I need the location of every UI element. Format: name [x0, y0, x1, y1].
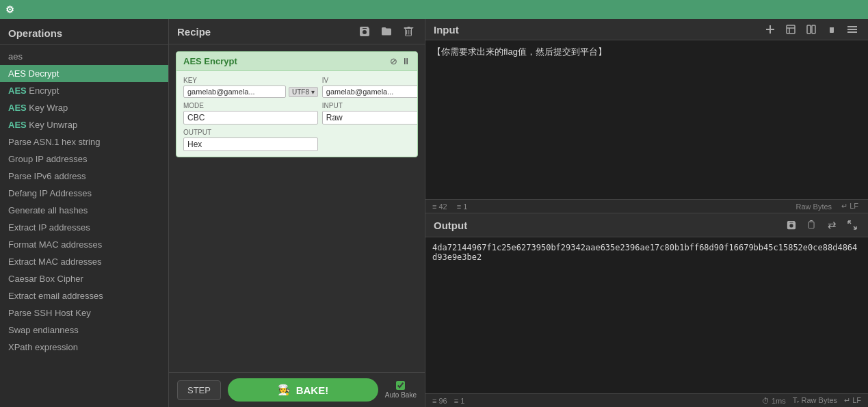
- sidebar-hl: AES: [8, 86, 27, 96]
- key-field: Key UTF8: [183, 77, 318, 98]
- input-footer-lf: ↵ LF: [841, 202, 858, 211]
- recipe-panel: Recipe AES Encrypt ⊘: [169, 19, 425, 407]
- iv-label: IV: [322, 77, 418, 84]
- bake-icon: 🧑‍🍳: [278, 384, 291, 396]
- output-footer-lf: ↵ LF: [844, 396, 861, 405]
- op-card-header: AES Encrypt ⊘ ⏸: [176, 52, 417, 71]
- output-header: Output ⇄: [425, 213, 868, 237]
- output-expand-button[interactable]: [845, 219, 860, 231]
- sidebar-hl: AES: [8, 103, 27, 113]
- op-disable-icon[interactable]: ⊘: [390, 56, 397, 66]
- iv-input[interactable]: [322, 86, 418, 98]
- output-footer-chars: ≡ 96: [432, 397, 447, 405]
- sidebar-item-14[interactable]: Extract email addresses: [0, 287, 168, 304]
- sidebar-item-4[interactable]: AES Key Unwrap: [0, 116, 168, 133]
- recipe-body: AES Encrypt ⊘ ⏸ Key UTF8: [169, 44, 425, 372]
- input-content[interactable]: 【你需要求出来的flag值，然后提交到平台】: [425, 40, 868, 199]
- input-field: Input Raw: [322, 102, 418, 124]
- sidebar-item-5[interactable]: Parse ASN.1 hex string: [0, 133, 168, 150]
- output-panel: Output ⇄ 4da72144967f1c25e6273950bf29342…: [425, 213, 868, 407]
- svg-rect-2: [812, 25, 815, 34]
- app-logo: ⚙: [5, 4, 14, 15]
- recipe-title: Recipe: [177, 26, 211, 38]
- auto-bake-checkbox[interactable]: [396, 381, 405, 390]
- key-encoding-badge[interactable]: UTF8: [289, 87, 318, 97]
- input-add-button[interactable]: [763, 23, 778, 36]
- step-button[interactable]: STEP: [177, 380, 221, 400]
- op-card-icons: ⊘ ⏸: [390, 56, 410, 66]
- sidebar-item-12[interactable]: Extract MAC addresses: [0, 253, 168, 270]
- input-switch-button[interactable]: [804, 23, 819, 36]
- mode-label: Mode: [183, 102, 318, 109]
- sidebar-item-16[interactable]: Swap endianness: [0, 321, 168, 339]
- output-footer-ms: ⏱ 1ms: [762, 397, 786, 405]
- sidebar-item-6[interactable]: Group IP addresses: [0, 150, 168, 168]
- input-footer-raw: Raw Bytes: [796, 202, 832, 211]
- sidebar-item-2[interactable]: AES Encrypt: [0, 82, 168, 99]
- output-panel-title: Output: [434, 220, 467, 231]
- input-footer-chars: ≡ 42: [432, 202, 447, 211]
- key-input[interactable]: [183, 86, 286, 98]
- main-layout: Operations aesAES DecryptAES EncryptAES …: [0, 19, 868, 407]
- input-panel-title: Input: [434, 24, 459, 36]
- svg-rect-3: [847, 26, 857, 27]
- recipe-footer: STEP 🧑‍🍳 BAKE! Auto Bake: [169, 372, 425, 407]
- sidebar-item-15[interactable]: Parse SSH Host Key: [0, 304, 168, 321]
- mode-row: CBC: [183, 111, 318, 124]
- bake-button[interactable]: 🧑‍🍳 BAKE!: [228, 378, 378, 402]
- sidebar-list: aesAES DecryptAES EncryptAES Key WrapAES…: [0, 45, 168, 407]
- output-field: Output Hex: [183, 129, 318, 151]
- output-save-button[interactable]: [784, 219, 799, 231]
- recipe-header: Recipe: [169, 19, 425, 44]
- output-value: Hex: [183, 137, 318, 151]
- output-header-icons: ⇄: [784, 218, 860, 233]
- sidebar: Operations aesAES DecryptAES EncryptAES …: [0, 19, 169, 407]
- iv-row: UTF8: [322, 86, 418, 98]
- input-label: Input: [322, 102, 418, 109]
- mode-value: CBC: [183, 111, 318, 124]
- svg-rect-0: [787, 25, 795, 34]
- sidebar-item-8[interactable]: Defang IP Addresses: [0, 185, 168, 202]
- sidebar-item-7[interactable]: Parse IPv6 address: [0, 168, 168, 185]
- output-footer-raw: Tᵣ Raw Bytes: [793, 396, 837, 405]
- sidebar-hl: AES: [8, 120, 27, 130]
- svg-rect-1: [807, 25, 811, 34]
- top-bar: ⚙: [0, 0, 868, 19]
- input-value: Raw: [322, 111, 418, 124]
- svg-rect-5: [847, 31, 857, 33]
- sidebar-item-10[interactable]: Extract IP addresses: [0, 219, 168, 236]
- input-row: Raw: [322, 111, 418, 124]
- input-header-icons: [763, 23, 860, 36]
- auto-bake-wrap: Auto Bake: [385, 381, 417, 399]
- recipe-save-button[interactable]: [356, 25, 373, 38]
- recipe-folder-button[interactable]: [378, 25, 395, 38]
- input-new-button[interactable]: [783, 23, 798, 36]
- sidebar-item-13[interactable]: Caesar Box Cipher: [0, 270, 168, 287]
- input-delete-button[interactable]: [824, 23, 839, 36]
- op-card-title: AES Encrypt: [183, 56, 237, 66]
- output-switch-button[interactable]: ⇄: [825, 218, 839, 233]
- output-copy-button[interactable]: [804, 219, 819, 231]
- sidebar-item-1[interactable]: AES Decrypt: [0, 65, 168, 82]
- sidebar-item-17[interactable]: XPath expression: [0, 339, 168, 356]
- sidebar-item-9[interactable]: Generate all hashes: [0, 202, 168, 219]
- auto-bake-label: Auto Bake: [385, 391, 417, 399]
- mode-field: Mode CBC: [183, 102, 318, 124]
- input-menu-button[interactable]: [845, 23, 860, 36]
- aes-encrypt-card: AES Encrypt ⊘ ⏸ Key UTF8: [176, 51, 418, 157]
- input-panel-header: Input: [425, 19, 868, 40]
- bake-label: BAKE!: [296, 384, 329, 396]
- output-label: Output: [183, 129, 318, 136]
- recipe-header-icons: [356, 25, 417, 38]
- output-footer-lines: ≡ 1: [454, 397, 465, 405]
- sidebar-item-0[interactable]: aes: [0, 48, 168, 65]
- output-content: 4da72144967f1c25e6273950bf29342aae635e23…: [425, 237, 868, 393]
- input-panel: Input: [425, 19, 868, 213]
- right-panel: Input: [425, 19, 868, 407]
- op-pause-icon[interactable]: ⏸: [402, 56, 410, 66]
- recipe-delete-button[interactable]: [400, 25, 417, 38]
- svg-rect-4: [847, 29, 857, 30]
- sidebar-title: Operations: [0, 19, 168, 45]
- sidebar-item-3[interactable]: AES Key Wrap: [0, 99, 168, 116]
- sidebar-item-11[interactable]: Format MAC addresses: [0, 236, 168, 253]
